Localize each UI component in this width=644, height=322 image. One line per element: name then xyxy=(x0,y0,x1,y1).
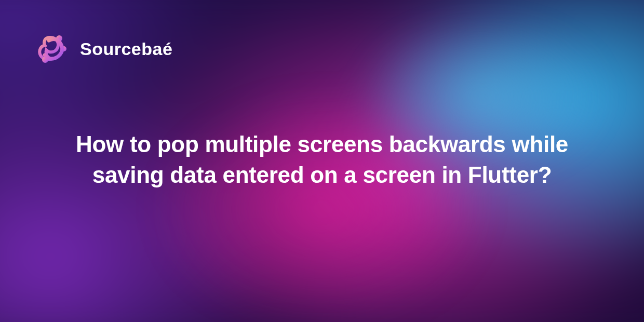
content-container: Sourcebaé How to pop multiple screens ba… xyxy=(0,0,644,322)
article-headline: How to pop multiple screens backwards wh… xyxy=(73,129,571,191)
sourcebae-logo-icon xyxy=(36,31,72,66)
brand-name: Sourcebaé xyxy=(80,39,172,59)
logo-container: Sourcebaé xyxy=(36,31,172,66)
